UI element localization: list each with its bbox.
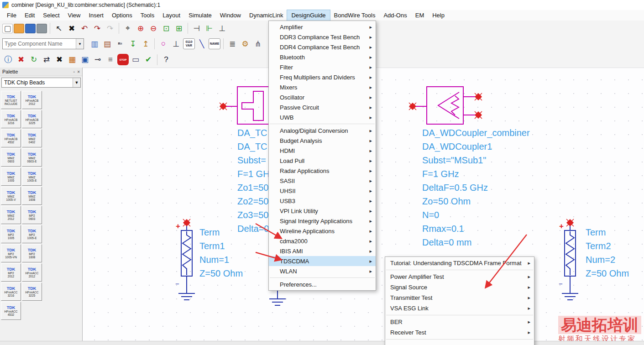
designguide-item-ibis-ami[interactable]: IBIS AMI▸ [269, 246, 376, 256]
coupler-component-symbol[interactable] [416, 87, 476, 124]
palette-item-hfxxacc-4532[interactable]: TDKHFxxACC 4532 [1, 302, 21, 320]
palette-dropdown-icon[interactable]: ▼ [73, 78, 80, 87]
help-button[interactable]: ? [160, 54, 172, 66]
designguide-item-freq-multipliers-and-dividers[interactable]: Freq Multipliers and Dividers▸ [269, 72, 376, 82]
schematic-text-line[interactable]: DA_WDCoupler_combiner [422, 126, 530, 140]
combo-dropdown-icon[interactable]: ▾ [76, 39, 84, 49]
schematic-text-line[interactable]: N=0 [422, 208, 530, 222]
menu-tools[interactable]: Tools [136, 10, 158, 21]
schematic-text-line[interactable]: Subst="MSub1" [422, 153, 530, 167]
schematic-text-line[interactable]: Z=50 Ohm [586, 267, 629, 280]
menu-file[interactable]: File [3, 10, 21, 21]
schematic-text-line[interactable]: Term1 [199, 239, 243, 253]
insert-wire-button[interactable]: ╲ [196, 38, 208, 50]
schematic-text-line[interactable]: F=1 GH [237, 167, 270, 181]
zoom-area-button[interactable]: ⊡ [160, 22, 172, 34]
palette-item-hfxxacc-3225[interactable]: TDKHFxxACC 3225 [22, 282, 42, 301]
schematic-text-line[interactable]: Zo3=50 [237, 208, 270, 222]
palette-item-hfxxacb-4532[interactable]: TDKHFxxACB 4532 [1, 129, 21, 147]
tee-component-symbol[interactable] [226, 87, 270, 124]
tdscdma-item-receiver-test[interactable]: Receiver Test▸ [385, 327, 534, 338]
new-design-button[interactable]: ▢ [2, 24, 13, 33]
designguide-item-cdma2000[interactable]: cdma2000▸ [269, 236, 376, 246]
palette-item-hfxxacc-2012[interactable]: TDKHFxxACC 2012 [22, 263, 42, 282]
zoom-in-button[interactable]: ⊕ [135, 22, 147, 34]
designguide-item-filter[interactable]: Filter▸ [269, 62, 376, 72]
palette-item-mp2-1005[interactable]: TDKMP2 1005 [1, 225, 21, 243]
term2-symbol[interactable] [562, 226, 578, 300]
schematic-text-line[interactable]: Term [199, 225, 243, 239]
schematic-text-line[interactable]: F=1 GHz [422, 167, 530, 181]
palette-item-mmz-1005[interactable]: TDKMMZ 1005 [1, 167, 21, 186]
menu-select[interactable]: Select [39, 10, 63, 21]
palette-item-mmz-2012[interactable]: TDKMMZ 2012 [1, 206, 21, 224]
insert-port-pair-button[interactable]: ⊩ [204, 22, 215, 34]
designguide-item-bluetooth[interactable]: Bluetooth▸ [269, 52, 376, 62]
designguide-item-usb3[interactable]: USB3▸ [269, 196, 376, 206]
select-pointer-button[interactable]: ↖ [53, 22, 65, 34]
designguide-item-uhsii[interactable]: UHSII▸ [269, 186, 376, 196]
simulation-settings-button[interactable]: ⚙ [239, 38, 251, 50]
zoom-out-button[interactable]: ⊖ [147, 22, 159, 34]
name-node-button[interactable]: NAME [209, 38, 220, 49]
library-browser-button[interactable]: ▤ [101, 38, 113, 50]
insert-node-button[interactable]: ○ [157, 38, 169, 50]
designguide-item-wlan[interactable]: WLAN▸ [269, 266, 376, 276]
move-button[interactable]: ⌖ [122, 22, 134, 34]
tune-button[interactable]: ⋔ [252, 38, 264, 50]
deactivate-component-button[interactable]: ✖ [15, 54, 27, 66]
menu-em[interactable]: EM [411, 10, 429, 21]
component-name-combo[interactable]: ▾ [2, 38, 84, 49]
schematic-text-line[interactable]: Zo=50 Ohm [422, 194, 530, 208]
palette-item-mp2-1608[interactable]: TDKMP2 1608 [22, 244, 42, 262]
designguide-item-signal-integrity-applications[interactable]: Signal Integrity Applications▸ [269, 216, 376, 226]
palette-item-netlist-include[interactable]: TDKNETLIST INCLUDE [1, 91, 21, 109]
palette-item-mmz-0402[interactable]: TDKMMZ 0402 [22, 129, 42, 147]
palette-item-hfxxacb-3216[interactable]: TDKHFxxACB 3216 [1, 110, 21, 128]
verify-button[interactable]: ✔ [142, 54, 154, 66]
print-button[interactable] [37, 24, 47, 33]
designguide-item-passive-circuit[interactable]: Passive Circuit▸ [269, 102, 376, 112]
designguide-item-uwb[interactable]: UWB▸ [269, 112, 376, 122]
palette-item-hfxxacb-3225[interactable]: TDKHFxxACB 3225 [22, 110, 42, 128]
designguide-item-hdmi[interactable]: HDMI▸ [269, 146, 376, 156]
schematic-text-line[interactable]: Term2 [586, 239, 629, 253]
palette-item-mmz-1005-e[interactable]: TDKMMZ 1005-E [22, 167, 42, 186]
schematic-text-line[interactable]: DA_TC [237, 126, 270, 140]
menu-window[interactable]: Window [216, 10, 245, 21]
designguide-item-sasii[interactable]: SASII▸ [269, 176, 376, 186]
menu-help[interactable]: Help [428, 10, 449, 21]
designguide-item-ddr4-compliance-test-bench[interactable]: DDR4 Compliance Test Bench▸ [269, 42, 376, 52]
zoom-fit-button[interactable]: ⊞ [173, 22, 185, 34]
designguide-item-budget-analysis[interactable]: Budget Analysis▸ [269, 136, 376, 146]
tdscdma-item-tutorial-understanding-tdscdma-frame-format[interactable]: Tutorial: Understanding TDSCDMA Frame Fo… [385, 258, 534, 268]
tdscdma-item-signal-source[interactable]: Signal Source▸ [385, 282, 534, 293]
palette-item-mmz-0603[interactable]: TDKMMZ 0603 [1, 148, 21, 167]
palette-group-select[interactable]: TDK Chip Beads ▼ [1, 78, 81, 88]
schematic-text-line[interactable]: Zo2=50 [237, 194, 270, 208]
push-component-button[interactable]: ↥ [140, 38, 152, 50]
menu-layout[interactable]: Layout [158, 10, 184, 21]
schematic-text-line[interactable]: Zo1=50 [237, 181, 270, 194]
menu-insert[interactable]: Insert [84, 10, 108, 21]
redo-all-button[interactable]: ↷ [104, 22, 116, 34]
designguide-item-analog-digital-conversion[interactable]: Analog/Digital Conversion▸ [269, 125, 376, 136]
push-into-hierarchy-button[interactable]: ▣ [79, 54, 91, 66]
designguide-item-ddr3-compliance-test-bench[interactable]: DDR3 Compliance Test Bench▸ [269, 32, 376, 42]
tdscdma-item-ber[interactable]: BER▸ [385, 317, 534, 327]
open-design-button[interactable] [14, 24, 24, 33]
var-button[interactable]: 0110 VAR [183, 38, 195, 49]
palette-item-mp2-2012[interactable]: TDKMP2 2012 [1, 263, 21, 282]
menu-dynamiclink[interactable]: DynamicLink [245, 10, 287, 21]
display-palette-button[interactable]: ▥ [89, 38, 100, 50]
info-button[interactable]: ⓘ [2, 54, 14, 66]
menu-simulate[interactable]: Simulate [184, 10, 216, 21]
palette-close-icon[interactable]: × [77, 69, 80, 74]
horizontal-scrollbar[interactable] [0, 341, 644, 345]
swap-component-button[interactable]: ⇄ [41, 54, 52, 66]
palette-item-hfxxacc-3216[interactable]: TDKHFxxACC 3216 [1, 282, 21, 301]
schematic-text-line[interactable]: Num=1 [199, 253, 243, 267]
menu-view[interactable]: View [64, 10, 85, 21]
designguide-item-vpi-link-utility[interactable]: VPI Link Utility▸ [269, 206, 376, 216]
palette-item-mmz-1608[interactable]: TDKMMZ 1608 [22, 187, 42, 205]
